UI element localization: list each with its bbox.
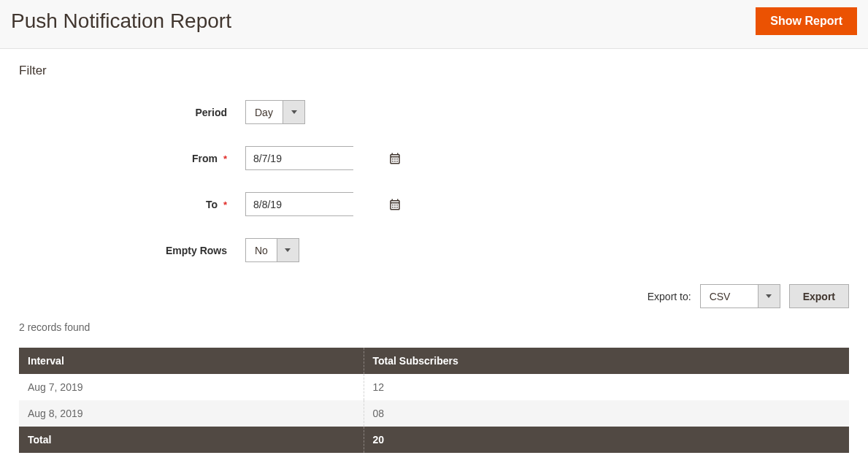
period-row: Period Day bbox=[19, 100, 849, 124]
from-label: From * bbox=[19, 153, 234, 164]
cell-interval: Aug 7, 2019 bbox=[19, 374, 364, 400]
from-label-text: From bbox=[192, 153, 218, 164]
calendar-icon[interactable] bbox=[388, 147, 402, 169]
export-format-select[interactable]: CSV bbox=[700, 284, 780, 308]
period-select-value: Day bbox=[246, 101, 283, 123]
empty-rows-select-value: No bbox=[246, 239, 277, 261]
table-row: Aug 7, 2019 12 bbox=[19, 374, 849, 400]
export-label: Export to: bbox=[648, 291, 691, 302]
export-button[interactable]: Export bbox=[789, 284, 849, 308]
export-format-value: CSV bbox=[701, 285, 758, 308]
period-label: Period bbox=[19, 107, 234, 118]
table-header-row: Interval Total Subscribers bbox=[19, 348, 849, 374]
to-label-text: To bbox=[206, 199, 218, 210]
table-row: Aug 8, 2019 08 bbox=[19, 400, 849, 427]
column-header-interval[interactable]: Interval bbox=[19, 348, 364, 374]
records-found: 2 records found bbox=[19, 321, 849, 333]
export-row: Export to: CSV Export bbox=[19, 284, 849, 308]
calendar-icon[interactable] bbox=[388, 193, 402, 215]
chevron-down-icon bbox=[758, 285, 780, 308]
page-header: Push Notification Report Show Report bbox=[0, 0, 868, 49]
report-table: Interval Total Subscribers Aug 7, 2019 1… bbox=[19, 348, 849, 453]
filter-section-title: Filter bbox=[19, 64, 849, 78]
column-header-total-subscribers[interactable]: Total Subscribers bbox=[364, 348, 849, 374]
to-label: To * bbox=[19, 199, 234, 210]
from-date-input[interactable] bbox=[246, 147, 388, 169]
required-asterisk: * bbox=[223, 153, 227, 164]
empty-rows-row: Empty Rows No bbox=[19, 238, 849, 262]
show-report-button[interactable]: Show Report bbox=[756, 7, 857, 35]
required-asterisk: * bbox=[223, 199, 227, 210]
content-area: Filter Period Day From * bbox=[0, 49, 868, 466]
from-date-field[interactable] bbox=[245, 146, 353, 170]
empty-rows-label: Empty Rows bbox=[19, 245, 234, 256]
to-date-input[interactable] bbox=[246, 193, 388, 215]
chevron-down-icon bbox=[283, 101, 304, 123]
cell-total-subscribers: 08 bbox=[364, 400, 849, 427]
chevron-down-icon bbox=[277, 239, 299, 261]
cell-total-subscribers: 12 bbox=[364, 374, 849, 400]
period-select[interactable]: Day bbox=[245, 100, 305, 124]
to-date-field[interactable] bbox=[245, 192, 353, 216]
cell-interval: Aug 8, 2019 bbox=[19, 400, 364, 427]
table-footer-row: Total 20 bbox=[19, 427, 849, 453]
page-title: Push Notification Report bbox=[11, 9, 231, 33]
empty-rows-select[interactable]: No bbox=[245, 238, 299, 262]
to-row: To * bbox=[19, 192, 849, 216]
footer-total: 20 bbox=[364, 427, 849, 453]
footer-label: Total bbox=[19, 427, 364, 453]
from-row: From * bbox=[19, 146, 849, 170]
